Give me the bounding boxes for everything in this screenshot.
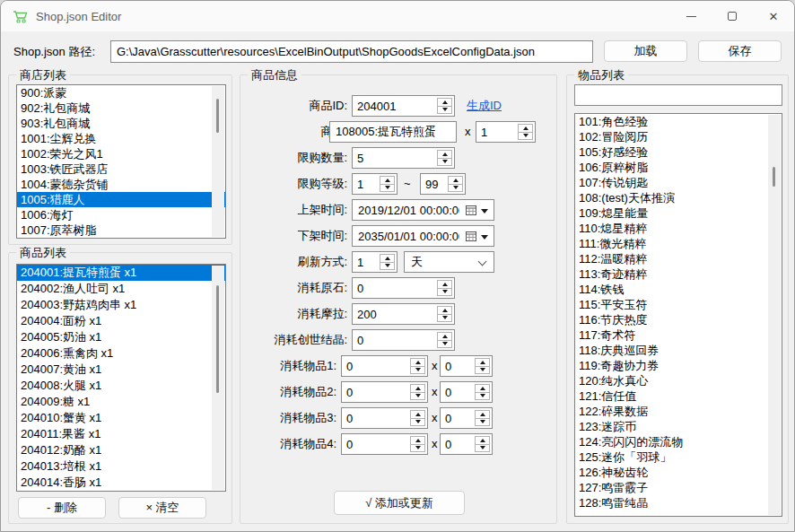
list-item[interactable]: 102:冒险阅历 xyxy=(575,129,782,144)
list-item[interactable]: 902:礼包商城 xyxy=(17,100,225,116)
scrollbar-track[interactable] xyxy=(768,115,781,515)
spin-up-icon[interactable] xyxy=(380,255,394,263)
save-button[interactable]: 保存 xyxy=(698,40,782,62)
calendar-icon[interactable] xyxy=(466,231,476,241)
spin-up-icon[interactable] xyxy=(476,385,489,393)
spin-down-icon[interactable] xyxy=(476,367,489,374)
list-item[interactable]: 118:庆典巡回券 xyxy=(575,343,782,358)
list-item[interactable]: 124:亮闪闪的漂流物 xyxy=(575,434,782,449)
path-input[interactable] xyxy=(111,41,592,62)
spinner-buttons[interactable] xyxy=(437,150,452,166)
list-item[interactable]: 116:节庆热度 xyxy=(575,312,782,327)
list-item[interactable]: 1002:荣光之风1 xyxy=(17,146,225,161)
spin-up-icon[interactable] xyxy=(476,359,489,367)
list-item[interactable]: 1001:尘辉兑换 xyxy=(17,131,225,146)
list-item[interactable]: 204008:火腿 x1 xyxy=(17,378,225,394)
list-item[interactable]: 123:迷踪币 xyxy=(575,419,782,434)
list-item[interactable]: 128:鸣雷纯晶 xyxy=(575,495,782,510)
list-item[interactable]: 101:角色经验 xyxy=(575,114,782,129)
list-item[interactable]: 1004:蒙德杂货铺 xyxy=(17,177,225,192)
add-or-update-button[interactable]: √ 添加或更新 xyxy=(334,491,465,515)
spinner-buttons[interactable] xyxy=(437,280,452,296)
list-item[interactable]: 1005:猎鹿人 xyxy=(17,192,225,207)
spinner-buttons[interactable] xyxy=(437,98,452,114)
spin-down-icon[interactable] xyxy=(438,341,451,348)
list-item[interactable]: 127:鸣雷霰子 xyxy=(575,480,782,495)
spin-up-icon[interactable] xyxy=(438,307,451,315)
spinner-buttons[interactable] xyxy=(518,124,533,140)
spin-down-icon[interactable] xyxy=(438,315,451,322)
dropdown-arrow-icon[interactable] xyxy=(481,235,488,240)
spin-up-icon[interactable] xyxy=(476,411,489,419)
list-item[interactable]: 1007:原萃树脂 xyxy=(17,222,225,238)
list-item[interactable]: 125:迷你「羽球」 xyxy=(575,449,782,465)
list-item[interactable]: 204009:糖 x1 xyxy=(17,394,225,410)
list-item[interactable]: 204002:渔人吐司 x1 xyxy=(17,281,225,297)
list-item[interactable]: 121:信任值 xyxy=(575,388,782,404)
scrollbar-thumb[interactable] xyxy=(773,167,775,187)
dropdown-arrow-icon[interactable] xyxy=(481,209,488,214)
goods-listbox[interactable]: 204001:提瓦特煎蛋 x1204002:渔人吐司 x1204003:野菇鸡肉… xyxy=(16,264,226,492)
spin-up-icon[interactable] xyxy=(438,99,451,107)
spin-up-icon[interactable] xyxy=(449,177,462,185)
list-item[interactable]: 204004:面粉 x1 xyxy=(17,313,225,329)
list-item[interactable]: 114:铁钱 xyxy=(575,282,782,297)
list-item[interactable]: 110:熄星精粹 xyxy=(575,221,782,236)
list-item[interactable]: 204011:果酱 x1 xyxy=(17,426,225,442)
list-item[interactable]: 204003:野菇鸡肉串 x1 xyxy=(17,297,225,313)
spin-down-icon[interactable] xyxy=(380,185,394,192)
spinner-buttons[interactable] xyxy=(475,436,490,452)
list-item[interactable]: 204006:熏禽肉 x1 xyxy=(17,345,225,362)
spin-up-icon[interactable] xyxy=(411,437,424,445)
spinner-buttons[interactable] xyxy=(437,306,452,322)
list-item[interactable]: 204010:蟹黄 x1 xyxy=(17,410,225,426)
spin-down-icon[interactable] xyxy=(411,419,424,426)
close-button[interactable]: ✕ xyxy=(753,1,794,31)
list-item[interactable]: 204012:奶酪 x1 xyxy=(17,442,225,458)
refresh-unit-combobox[interactable]: 天 xyxy=(404,251,494,273)
spin-up-icon[interactable] xyxy=(411,359,424,367)
spin-up-icon[interactable] xyxy=(438,333,451,341)
spin-down-icon[interactable] xyxy=(519,133,532,140)
list-item[interactable]: 204014:香肠 x1 xyxy=(17,475,225,491)
spin-down-icon[interactable] xyxy=(380,263,394,270)
spin-down-icon[interactable] xyxy=(411,367,424,374)
spin-up-icon[interactable] xyxy=(519,125,532,133)
scrollbar-track[interactable] xyxy=(212,86,224,237)
load-button[interactable]: 加载 xyxy=(604,40,687,62)
list-item[interactable]: 106:原粹树脂 xyxy=(575,160,782,175)
list-item[interactable]: 119:奇趣协力券 xyxy=(575,358,782,373)
spin-up-icon[interactable] xyxy=(411,385,424,393)
spinner-buttons[interactable] xyxy=(410,358,425,374)
list-item[interactable]: 109:熄星能量 xyxy=(575,205,782,221)
list-item[interactable]: 204005:奶油 x1 xyxy=(17,329,225,345)
spinner-buttons[interactable] xyxy=(410,384,425,400)
item-search-input[interactable] xyxy=(575,85,782,105)
spinner-buttons[interactable] xyxy=(475,384,490,400)
list-item[interactable]: 108:(test)天体推演 xyxy=(575,190,782,205)
list-item[interactable]: 204013:培根 x1 xyxy=(17,458,225,475)
list-item[interactable]: 105:好感经验 xyxy=(575,144,782,160)
spin-up-icon[interactable] xyxy=(438,281,451,289)
calendar-icon[interactable] xyxy=(466,205,476,215)
spin-down-icon[interactable] xyxy=(476,445,489,452)
spin-down-icon[interactable] xyxy=(438,289,451,296)
spinner-buttons[interactable] xyxy=(410,436,425,452)
generate-id-link[interactable]: 生成ID xyxy=(467,95,502,117)
shop-listbox[interactable]: 900:派蒙902:礼包商城903:礼包商城1001:尘辉兑换1002:荣光之风… xyxy=(16,84,226,239)
clear-goods-button[interactable]: × 清空 xyxy=(118,497,206,519)
scrollbar-thumb[interactable] xyxy=(216,285,219,393)
spinner-buttons[interactable] xyxy=(448,176,463,192)
spinner-buttons[interactable] xyxy=(410,410,425,426)
spin-down-icon[interactable] xyxy=(411,445,424,452)
spin-up-icon[interactable] xyxy=(438,151,451,159)
list-item[interactable]: 1006:海灯 xyxy=(17,207,225,222)
spinner-buttons[interactable] xyxy=(437,332,452,348)
list-item[interactable]: 120:纯水真心 xyxy=(575,373,782,388)
spin-down-icon[interactable] xyxy=(476,419,489,426)
minimize-button[interactable] xyxy=(670,1,712,31)
list-item[interactable]: 111:微光精粹 xyxy=(575,236,782,251)
spin-up-icon[interactable] xyxy=(380,177,394,185)
item-listbox[interactable]: 101:角色经验102:冒险阅历105:好感经验106:原粹树脂107:传说钥匙… xyxy=(574,113,782,517)
spin-down-icon[interactable] xyxy=(449,185,462,192)
